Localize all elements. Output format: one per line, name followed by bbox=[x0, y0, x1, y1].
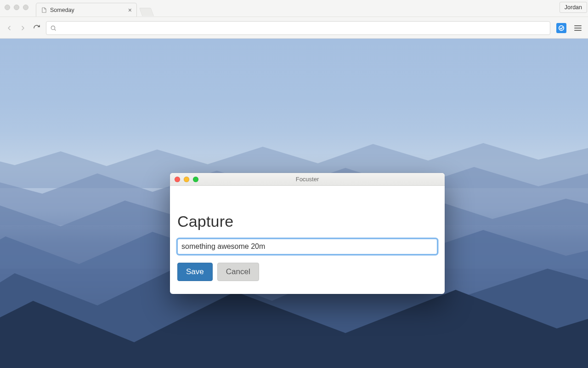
profile-name: Jordan bbox=[565, 4, 582, 11]
extension-button[interactable] bbox=[555, 22, 568, 34]
tab-close-icon[interactable]: × bbox=[128, 7, 132, 13]
popup-zoom-dot[interactable] bbox=[193, 177, 198, 182]
omnibox-input[interactable] bbox=[59, 24, 546, 31]
hamburger-menu-icon[interactable] bbox=[572, 23, 583, 34]
back-button[interactable] bbox=[5, 23, 14, 33]
cancel-button-label: Cancel bbox=[226, 267, 250, 276]
popup-close-dot[interactable] bbox=[175, 177, 180, 182]
popup-minimize-dot[interactable] bbox=[184, 177, 189, 182]
capture-input[interactable] bbox=[177, 239, 437, 254]
page-viewport: Focuster Capture Save Cancel bbox=[0, 39, 588, 368]
svg-line-1 bbox=[55, 29, 56, 30]
popup-window-title: Focuster bbox=[170, 176, 445, 183]
tab-strip: Someday × bbox=[0, 0, 588, 17]
popup-titlebar[interactable]: Focuster bbox=[170, 173, 445, 186]
popup-traffic-lights bbox=[175, 177, 198, 182]
browser-tab[interactable]: Someday × bbox=[36, 3, 137, 17]
svg-point-2 bbox=[559, 25, 564, 30]
tab-title: Someday bbox=[50, 7, 74, 13]
save-button[interactable]: Save bbox=[177, 263, 213, 281]
popup-actions: Save Cancel bbox=[177, 263, 437, 281]
page-icon bbox=[41, 7, 47, 13]
reload-button[interactable] bbox=[32, 23, 41, 33]
capture-popup: Focuster Capture Save Cancel bbox=[170, 173, 445, 294]
address-bar[interactable] bbox=[46, 21, 550, 35]
cancel-button[interactable]: Cancel bbox=[217, 263, 259, 281]
search-icon bbox=[50, 25, 57, 31]
browser-chrome: Someday × Jordan bbox=[0, 0, 588, 39]
svg-point-0 bbox=[51, 26, 55, 29]
forward-button[interactable] bbox=[18, 23, 28, 33]
checkmark-badge-icon bbox=[556, 23, 566, 33]
capture-heading: Capture bbox=[177, 213, 437, 230]
popup-body: Capture Save Cancel bbox=[170, 186, 445, 294]
browser-toolbar bbox=[0, 17, 588, 39]
profile-button[interactable]: Jordan bbox=[560, 2, 587, 13]
save-button-label: Save bbox=[186, 267, 204, 276]
new-tab-button[interactable] bbox=[139, 8, 154, 16]
